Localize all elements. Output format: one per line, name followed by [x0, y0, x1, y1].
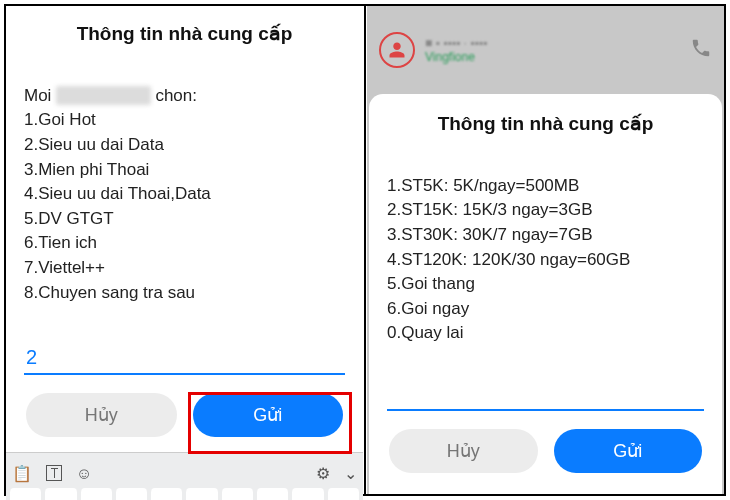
- dialog-body-right: 1.ST5K: 5K/ngay=500MB2.ST15K: 15K/3 ngay…: [387, 149, 704, 371]
- clipboard-icon[interactable]: 📋: [12, 464, 32, 483]
- dialog-title: Thông tin nhà cung cấp: [24, 22, 345, 45]
- ussd-dialog-right: Thông tin nhà cung cấp 1.ST5K: 5K/ngay=5…: [369, 94, 722, 494]
- menu-item: 8.Chuyen sang tra sau: [24, 281, 345, 306]
- menu-item: 5.DV GTGT: [24, 207, 345, 232]
- menu-item: 3.ST30K: 30K/7 ngay=7GB: [387, 223, 704, 248]
- right-screenshot: ■ ▪ ▪▪▪▪ · ▪▪▪▪ Vingfione Thông tin nhà …: [367, 6, 724, 494]
- emoji-icon[interactable]: ☺: [76, 465, 92, 483]
- menu-list-left: 1.Goi Hot2.Sieu uu dai Data3.Mien phi Th…: [24, 108, 345, 305]
- contact-sub: Vingfione: [425, 50, 680, 64]
- panel-divider: [364, 4, 366, 496]
- button-row-left: Hủy Gửi: [24, 393, 345, 437]
- keyboard-keys-row[interactable]: [6, 486, 363, 500]
- menu-item: 0.Quay lai: [387, 321, 704, 346]
- menu-item: 4.ST120K: 120K/30 ngay=60GB: [387, 248, 704, 273]
- menu-item: 6.Goi ngay: [387, 297, 704, 322]
- ussd-dialog-left: Thông tin nhà cung cấp Moi 0376468531 ch…: [6, 6, 363, 452]
- masked-number: 0376468531: [56, 86, 151, 105]
- body-suffix: chon:: [151, 86, 197, 105]
- text-icon[interactable]: 🅃: [46, 465, 62, 483]
- phone-icon[interactable]: [690, 37, 712, 64]
- ussd-input-right[interactable]: [387, 385, 704, 411]
- cancel-button[interactable]: Hủy: [389, 429, 538, 473]
- menu-item: 6.Tien ich: [24, 231, 345, 256]
- send-button[interactable]: Gửi: [554, 429, 703, 473]
- person-icon: [388, 41, 406, 59]
- status-bar: [367, 6, 724, 28]
- menu-item: 2.ST15K: 15K/3 ngay=3GB: [387, 198, 704, 223]
- send-button[interactable]: Gửi: [193, 393, 344, 437]
- contact-info: ■ ▪ ▪▪▪▪ · ▪▪▪▪ Vingfione: [425, 36, 680, 65]
- chevron-down-icon[interactable]: ⌄: [344, 464, 357, 483]
- menu-list-right: 1.ST5K: 5K/ngay=500MB2.ST15K: 15K/3 ngay…: [387, 174, 704, 346]
- left-screenshot: Thông tin nhà cung cấp Moi 0376468531 ch…: [6, 6, 363, 494]
- menu-item: 1.Goi Hot: [24, 108, 345, 133]
- contact-header: ■ ▪ ▪▪▪▪ · ▪▪▪▪ Vingfione: [367, 28, 724, 76]
- button-row-right: Hủy Gửi: [387, 429, 704, 473]
- ussd-input-left[interactable]: [24, 342, 345, 375]
- dialog-body-left: Moi 0376468531 chon: 1.Goi Hot2.Sieu uu …: [24, 59, 345, 330]
- dialog-title: Thông tin nhà cung cấp: [387, 112, 704, 135]
- cancel-button[interactable]: Hủy: [26, 393, 177, 437]
- avatar: [379, 32, 415, 68]
- menu-item: 2.Sieu uu dai Data: [24, 133, 345, 158]
- menu-item: 4.Sieu uu dai Thoai,Data: [24, 182, 345, 207]
- menu-item: 7.Viettel++: [24, 256, 345, 281]
- menu-item: 3.Mien phi Thoai: [24, 158, 345, 183]
- gear-icon[interactable]: ⚙: [316, 464, 330, 483]
- body-prefix: Moi: [24, 86, 56, 105]
- menu-item: 5.Goi thang: [387, 272, 704, 297]
- menu-item: 1.ST5K: 5K/ngay=500MB: [387, 174, 704, 199]
